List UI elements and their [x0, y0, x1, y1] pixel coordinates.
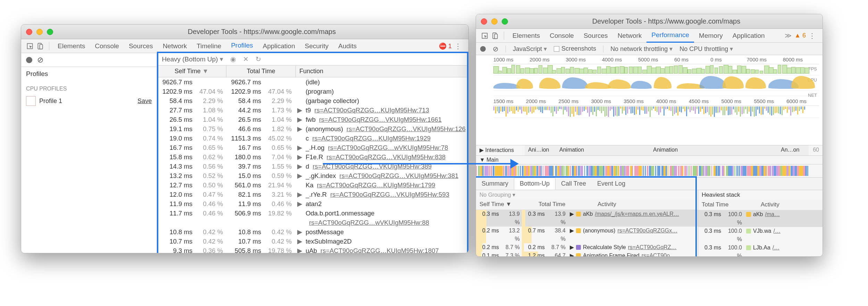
clear-icon[interactable]: ⊘	[37, 56, 43, 65]
col-function[interactable]: Function	[296, 66, 468, 77]
col-total-time[interactable]: Total Time	[226, 66, 296, 77]
minimize-icon[interactable]	[491, 18, 498, 25]
main-flame[interactable]	[476, 164, 823, 178]
profile-row[interactable]: 11.9 ms0.46 %11.9 ms0.46 %▶atan2	[157, 199, 468, 209]
profile-row[interactable]: 19.1 ms0.75 %46.6 ms1.82 %▶(anonymous)rs…	[157, 124, 468, 134]
source-link[interactable]: rs=ACT90oGqRZGG…KUIgM95Hw:1929	[312, 134, 431, 143]
profile-row[interactable]: 1202.9 ms47.04 %1202.9 ms47.04 %(program…	[157, 87, 468, 96]
source-link[interactable]: rs=ACT90oGqRZGG…VKUIgM95Hw:593	[330, 190, 449, 199]
profile-row[interactable]: 27.7 ms1.08 %44.2 ms1.73 %▶t9rs=ACT90oGq…	[157, 105, 468, 115]
refresh-icon[interactable]: ↻	[256, 55, 261, 63]
col-self-time[interactable]: Self Time ▼	[157, 66, 226, 77]
focus-icon[interactable]: ◉	[230, 55, 236, 63]
source-link[interactable]: rs=ACT90oGqRZGG…VKUIgM95Hw:126	[347, 124, 466, 134]
tab-security[interactable]: Security	[300, 40, 334, 53]
tab-sources[interactable]: Sources	[124, 40, 158, 53]
tab-timeline[interactable]: Timeline	[192, 40, 226, 53]
bottomup-row[interactable]: 0.2 ms13.2 %0.7 ms38.4 %▶ (anonymous) rs…	[476, 227, 698, 243]
col-activity-r[interactable]: Activity	[761, 201, 779, 209]
source-link[interactable]: rs=ACT90oGqRZGG…wVKUIgM95Hw:88	[309, 218, 429, 227]
inspect-icon[interactable]	[25, 42, 35, 50]
track-interactions[interactable]: ▶ Interactions	[476, 145, 525, 155]
profile-row[interactable]: 58.4 ms2.29 %58.4 ms2.29 %(garbage colle…	[157, 96, 468, 105]
tab-network[interactable]: Network	[158, 40, 192, 53]
heaviest-row[interactable]: 0.3 ms100.0 % LJb.Aa /…	[698, 244, 823, 257]
minimize-icon[interactable]	[36, 29, 43, 35]
subtab-summary[interactable]: Summary	[476, 178, 514, 189]
col-total-r[interactable]: Total Time	[702, 201, 747, 209]
profile-row[interactable]: 10.8 ms0.42 %10.8 ms0.42 %▶postMessage	[157, 227, 468, 237]
source-link[interactable]: /ma…	[765, 210, 780, 227]
record-icon[interactable]	[480, 46, 486, 52]
flame-overview[interactable]	[493, 106, 819, 118]
heaviest-row[interactable]: 0.3 ms100.0 % aKb /ma…	[698, 210, 823, 227]
col-total[interactable]: Total Time	[539, 201, 584, 208]
tab-network[interactable]: Network	[613, 29, 647, 42]
source-link[interactable]: rs=ACT90oGqRZGG…VKUIgM95Hw:381	[340, 171, 459, 180]
profile-row[interactable]: 10.7 ms0.42 %10.7 ms0.42 %▶texSubImage2D	[157, 237, 468, 246]
screenshots-checkbox[interactable]: Screenshots	[554, 45, 596, 52]
zoom-icon[interactable]	[502, 18, 508, 25]
profile-row[interactable]: 12.7 ms0.50 %561.0 ms21.94 %Kars=ACT90oG…	[157, 180, 468, 190]
tab-application[interactable]: Application	[258, 40, 300, 53]
cpu-throttle-dropdown[interactable]: No CPU throttling	[679, 45, 733, 53]
profile-row[interactable]: 16.7 ms0.65 %16.7 ms0.65 %▶_.H.ogrs=ACT9…	[157, 143, 468, 152]
capture-dropdown[interactable]: JavaScript	[513, 45, 547, 53]
kebab-menu-icon[interactable]: ⋮	[454, 42, 461, 50]
zoom-icon[interactable]	[47, 29, 53, 35]
close-icon[interactable]	[481, 18, 487, 25]
profile-row[interactable]: 13.2 ms0.52 %15.0 ms0.59 %▶_.gK.indexrs=…	[157, 171, 468, 180]
source-link[interactable]: /maps/_/js/k=maps.m.en.yeALR…	[595, 210, 679, 227]
tab-elements[interactable]: Elements	[53, 40, 90, 53]
record-icon[interactable]	[26, 57, 32, 63]
tab-memory[interactable]: Memory	[694, 29, 728, 42]
subtab-bottomup[interactable]: Bottom-Up	[514, 178, 556, 190]
tab-audits[interactable]: Audits	[333, 40, 361, 53]
clear-icon[interactable]: ⊘	[493, 45, 499, 53]
source-link[interactable]: /…	[773, 227, 780, 244]
source-link[interactable]: rs=ACT90oGqRZGG…KUIgM95Hw:713	[315, 105, 429, 115]
profile-row[interactable]: 15.8 ms0.62 %180.0 ms7.04 %▶F1e.Rrs=ACT9…	[157, 152, 468, 162]
view-dropdown[interactable]: Heavy (Bottom Up)	[162, 55, 223, 63]
source-link[interactable]: rs=ACT90o…	[642, 252, 675, 257]
overview-timeline[interactable]: 1000 ms2000 ms3000 ms4000 ms5000 ms60 ms…	[476, 55, 823, 145]
grouping-dropdown[interactable]: No Grouping	[476, 190, 698, 199]
profile-row[interactable]: 11.7 ms0.46 %506.9 ms19.82 %Oda.b.port1.…	[157, 209, 468, 218]
profile-row[interactable]: 26.5 ms1.04 %26.5 ms1.04 %▶fwbrs=ACT90oG…	[157, 115, 468, 124]
col-activity[interactable]: Activity	[598, 201, 616, 208]
titlebar[interactable]: Developer Tools - https://www.google.com…	[476, 14, 823, 29]
inspect-icon[interactable]	[479, 32, 490, 40]
tab-performance[interactable]: Performance	[646, 28, 694, 43]
main-track-header[interactable]: ▼ Main	[476, 156, 823, 164]
bottomup-row[interactable]: 0.2 ms8.7 %0.2 ms8.7 %▶ Recalculate Styl…	[476, 243, 698, 252]
network-throttle-dropdown[interactable]: No network throttling	[610, 45, 673, 53]
bottomup-row[interactable]: 0.3 ms13.9 %0.3 ms13.9 %▶ aKb /maps/_/js…	[476, 210, 698, 227]
source-link[interactable]: rs=ACT90oGqRZGG…wVKUIgM95Hw:78	[328, 143, 448, 152]
device-icon[interactable]	[35, 42, 45, 50]
subtab-calltree[interactable]: Call Tree	[556, 178, 592, 189]
track-animation1[interactable]: Animation	[556, 145, 650, 155]
heaviest-row[interactable]: 0.3 ms100.0 % VJb.wa /…	[698, 227, 823, 244]
source-link[interactable]: rs=ACT90oGqRZGGx…	[617, 227, 677, 243]
tab-elements[interactable]: Elements	[508, 29, 545, 42]
more-tabs-icon[interactable]: ≫	[785, 32, 792, 40]
profile-row[interactable]: rs=ACT90oGqRZGG…wVKUIgM95Hw:88	[157, 218, 468, 227]
warning-badge[interactable]: ▲ 6	[794, 32, 806, 39]
sidebar-item-profile1[interactable]: Profile 1 Save	[21, 94, 157, 108]
source-link[interactable]: rs=ACT90oGqRZGG…KUIgM95Hw:1799	[317, 180, 435, 190]
device-icon[interactable]	[490, 32, 500, 40]
source-link[interactable]: rs=ACT90oGqRZ…	[628, 243, 677, 252]
source-link[interactable]: /…	[773, 244, 779, 257]
track-anishort[interactable]: Ani…ion	[525, 145, 556, 155]
bottomup-row[interactable]: 0.1 ms7.3 %1.2 ms64.7 %▶ Animation Frame…	[476, 252, 698, 257]
profile-row[interactable]: 9626.7 ms9626.7 ms(idle)	[157, 77, 468, 87]
tab-sources[interactable]: Sources	[579, 29, 613, 42]
tab-console[interactable]: Console	[90, 40, 124, 53]
track-anon[interactable]: An…on	[777, 145, 809, 155]
kebab-menu-icon[interactable]: ⋮	[809, 32, 816, 40]
profile-row[interactable]: 19.0 ms0.74 %1151.3 ms45.02 %crs=ACT90oG…	[157, 134, 468, 143]
source-link[interactable]: rs=ACT90oGqRZGG…VKUIgM95Hw:1661	[319, 115, 442, 124]
tab-console[interactable]: Console	[545, 29, 579, 42]
error-badge[interactable]: ⛔ 1	[439, 42, 452, 50]
tab-application[interactable]: Application	[728, 29, 770, 42]
